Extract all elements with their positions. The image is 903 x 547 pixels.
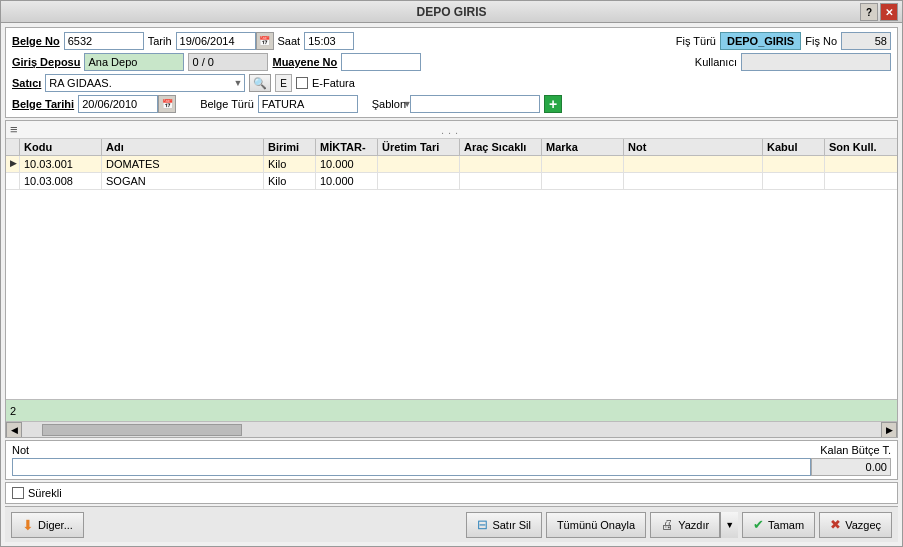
belge-no-input[interactable] — [64, 32, 144, 50]
cell-not — [624, 173, 763, 189]
form-row-1: Belge No Tarih 📅 Saat Fiş Türü DEPO_GIRI… — [12, 32, 891, 50]
form-row-2: Giriş Deposu 0 / 0 Muayene No Kullanıcı — [12, 53, 891, 71]
title-bar: DEPO GIRIS ? ✕ — [1, 1, 902, 23]
th-uretim-tari: Üretim Tari — [378, 139, 460, 155]
help-button[interactable]: ? — [860, 3, 878, 21]
fis-no-label: Fiş No — [805, 35, 837, 47]
table-section: ≡ ... Kodu Adı Birimi MİKTAR- Üretim Tar… — [5, 120, 898, 438]
content-area: Belge No Tarih 📅 Saat Fiş Türü DEPO_GIRI… — [1, 23, 902, 546]
table-row[interactable]: ▶ 10.03.001 DOMATES Kilo 10.000 — [6, 156, 897, 173]
th-kabul: Kabul — [763, 139, 825, 155]
table-toolbar: ≡ ... — [6, 121, 897, 139]
table-footer: 2 — [6, 399, 897, 421]
sablon-input[interactable] — [411, 97, 555, 111]
th-marka: Marka — [542, 139, 624, 155]
horizontal-scrollbar[interactable]: ◀ ▶ — [6, 421, 897, 437]
cell-not — [624, 156, 763, 172]
cell-son-kull — [825, 156, 897, 172]
th-arrow — [6, 139, 20, 155]
th-son-kull: Son Kull. — [825, 139, 897, 155]
satici-input[interactable] — [46, 76, 233, 90]
action-bar: ⬇ Diger... ⊟ Satır Sil Tümünü Onayla 🖨 Y… — [5, 506, 898, 542]
scroll-thumb[interactable] — [42, 424, 242, 436]
fis-turu-badge: DEPO_GIRIS — [720, 32, 801, 50]
vazgec-label: Vazgeç — [845, 519, 881, 531]
yazdir-group: 🖨 Yazdır ▼ — [650, 512, 738, 538]
suruklu-row: Sürekli — [5, 482, 898, 504]
progress-bar: 0 / 0 — [188, 53, 268, 71]
not-input[interactable] — [12, 458, 811, 476]
belge-tarihi-calendar-btn[interactable]: 📅 — [158, 95, 176, 113]
scroll-right-btn[interactable]: ▶ — [881, 422, 897, 438]
budget-label: Kalan Bütçe T. — [820, 444, 891, 456]
tamam-label: Tamam — [768, 519, 804, 531]
close-button[interactable]: ✕ — [880, 3, 898, 21]
title-controls: ? ✕ — [860, 3, 898, 21]
belge-tarihi-label: Belge Tarihi — [12, 98, 74, 110]
cell-marka — [542, 173, 624, 189]
cell-uretim-tari — [378, 156, 460, 172]
tarih-input[interactable] — [176, 32, 256, 50]
cell-arac-sicakli — [460, 173, 542, 189]
cell-miktar: 10.000 — [316, 173, 378, 189]
tumunu-onayla-button[interactable]: Tümünü Onayla — [546, 512, 646, 538]
th-not: Not — [624, 139, 763, 155]
yazdir-dropdown-btn[interactable]: ▼ — [720, 512, 738, 538]
fis-no-input[interactable] — [841, 32, 891, 50]
th-miktar: MİKTAR- — [316, 139, 378, 155]
tarih-calendar-btn[interactable]: 📅 — [256, 32, 274, 50]
row-arrow — [6, 173, 20, 189]
efatura-checkbox[interactable] — [296, 77, 308, 89]
cell-adi: DOMATES — [102, 156, 264, 172]
kullanici-input[interactable] — [741, 53, 891, 71]
kullanici-label: Kullanıcı — [695, 56, 737, 68]
scroll-left-btn[interactable]: ◀ — [6, 422, 22, 438]
sablon-label: Şablon — [372, 98, 406, 110]
belge-tarihi-input[interactable] — [78, 95, 158, 113]
window-title: DEPO GIRIS — [416, 5, 486, 19]
satici-label: Satıcı — [12, 77, 41, 89]
vazgec-button[interactable]: ✖ Vazgeç — [819, 512, 892, 538]
cell-son-kull — [825, 173, 897, 189]
satir-sil-button[interactable]: ⊟ Satır Sil — [466, 512, 542, 538]
muayene-no-input[interactable] — [341, 53, 421, 71]
belge-no-label: Belge No — [12, 35, 60, 47]
efatura-label: E-Fatura — [312, 77, 355, 89]
budget-value: 0.00 — [811, 458, 891, 476]
saat-input[interactable] — [304, 32, 354, 50]
diger-button[interactable]: ⬇ Diger... — [11, 512, 84, 538]
table-row[interactable]: 10.03.008 SOGAN Kilo 10.000 — [6, 173, 897, 190]
cell-birimi: Kilo — [264, 156, 316, 172]
cell-uretim-tari — [378, 173, 460, 189]
th-arac-sicakli: Araç Sıcaklı — [460, 139, 542, 155]
table-header: Kodu Adı Birimi MİKTAR- Üretim Tari Araç… — [6, 139, 897, 156]
satir-sil-label: Satır Sil — [492, 519, 531, 531]
giris-deposu-input[interactable] — [84, 53, 184, 71]
suruklu-label: Sürekli — [28, 487, 62, 499]
cell-kabul — [763, 173, 825, 189]
diger-icon: ⬇ — [22, 517, 34, 533]
cell-arac-sicakli — [460, 156, 542, 172]
satir-sil-icon: ⊟ — [477, 517, 488, 532]
yazdir-button[interactable]: 🖨 Yazdır — [650, 512, 720, 538]
cell-miktar: 10.000 — [316, 156, 378, 172]
yazdir-icon: 🖨 — [661, 517, 674, 532]
satici-search-btn[interactable]: 🔍 — [249, 74, 271, 92]
table-container: Kodu Adı Birimi MİKTAR- Üretim Tari Araç… — [6, 139, 897, 437]
row-arrow: ▶ — [6, 156, 20, 172]
center-actions: ⊟ Satır Sil Tümünü Onayla 🖨 Yazdır ▼ ✔ T… — [466, 512, 892, 538]
fis-turu-label: Fiş Türü — [676, 35, 716, 47]
tumunu-onayla-label: Tümünü Onayla — [557, 519, 635, 531]
cell-kodu: 10.03.008 — [20, 173, 102, 189]
add-sablon-btn[interactable]: + — [544, 95, 562, 113]
suruklu-checkbox[interactable] — [12, 487, 24, 499]
diger-label: Diger... — [38, 519, 73, 531]
not-label: Not — [12, 444, 29, 456]
form-row-3: Satıcı ▼ 🔍 E E-Fatura — [12, 74, 891, 92]
th-birimi: Birimi — [264, 139, 316, 155]
tamam-button[interactable]: ✔ Tamam — [742, 512, 815, 538]
cell-kabul — [763, 156, 825, 172]
e-badge[interactable]: E — [275, 74, 292, 92]
giris-deposu-label: Giriş Deposu — [12, 56, 80, 68]
vazgec-icon: ✖ — [830, 517, 841, 532]
